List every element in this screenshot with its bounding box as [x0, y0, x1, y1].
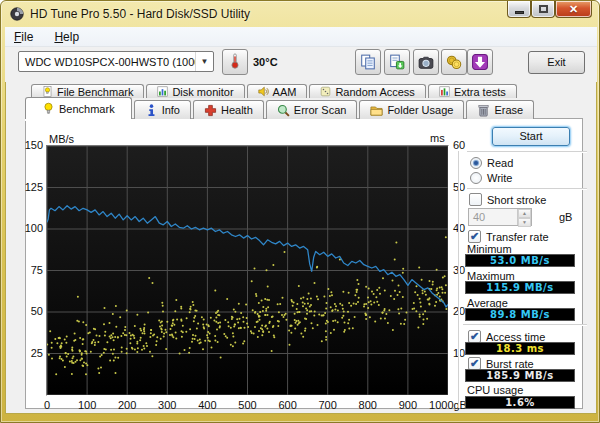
start-button[interactable]: Start	[492, 127, 570, 146]
update-icon	[472, 54, 488, 70]
tab-info[interactable]: Info	[134, 100, 191, 119]
read-radio[interactable]	[470, 157, 482, 169]
tab-file-benchmark[interactable]: File Benchmark	[31, 84, 144, 98]
folder-usage-icon	[370, 104, 383, 117]
stepper-arrows[interactable]: ▲▼	[517, 209, 531, 225]
transfer-rate-row[interactable]: ✔ Transfer rate	[468, 230, 549, 243]
menu-help[interactable]: Help	[45, 27, 88, 44]
y-left-axis-label: MB/s	[49, 133, 74, 145]
tab-random-access[interactable]: Random Access	[309, 84, 425, 98]
tick-label: 75	[15, 264, 43, 276]
register-icon	[446, 54, 462, 70]
exit-button[interactable]: Exit	[528, 51, 585, 74]
burst-rate-value: 185.9 MB/s	[465, 369, 575, 382]
drive-selector[interactable]: WDC WD10SPCX-00HWST0 (1000 gB) ▼	[18, 51, 214, 72]
benchmark-plot	[46, 145, 449, 396]
copy-icon	[360, 54, 376, 70]
maximum-value: 115.9 MB/s	[465, 281, 575, 294]
temperature-button[interactable]	[222, 49, 248, 75]
tab-erase[interactable]: Erase	[466, 100, 534, 119]
screenshot-button[interactable]	[413, 49, 439, 75]
tick-label: 150	[15, 139, 43, 151]
tick-label: 25	[15, 347, 43, 359]
tab-benchmark[interactable]: Benchmark	[25, 97, 132, 119]
tab-extra-tests[interactable]: Extra tests	[428, 84, 517, 98]
tab-label: Folder Usage	[387, 104, 453, 116]
short-stroke-label: Short stroke	[487, 194, 546, 206]
close-button[interactable]: ✕	[555, 1, 592, 18]
stepper-up-icon[interactable]: ▲	[518, 209, 531, 218]
capacity-unit: gB	[559, 211, 572, 223]
tick-label: 50	[15, 305, 43, 317]
tab-folder-usage[interactable]: Folder Usage	[359, 100, 464, 119]
read-radio-row[interactable]: Read	[470, 157, 513, 169]
update-button[interactable]	[467, 49, 493, 75]
transfer-rate-label: Transfer rate	[486, 231, 549, 243]
register-button[interactable]	[441, 49, 467, 75]
close-icon: ✕	[569, 3, 578, 16]
tab-health[interactable]: Health	[193, 100, 264, 119]
access-time-label: Access time	[486, 331, 545, 343]
tab-aam[interactable]: AAM	[247, 84, 308, 98]
app-window: HD Tune Pro 5.50 - Hard Disk/SSD Utility…	[0, 0, 600, 423]
capacity-value: 40	[469, 209, 517, 225]
tab-error-scan[interactable]: Error Scan	[266, 100, 358, 119]
tab-label: Benchmark	[59, 103, 115, 115]
separator	[467, 188, 587, 190]
minimize-button[interactable]	[507, 1, 531, 18]
error-scan-icon	[277, 104, 290, 117]
separator	[467, 151, 587, 153]
tick-label: 100	[15, 222, 43, 234]
file-benchmark-icon	[42, 86, 53, 97]
tab-label: Info	[162, 104, 180, 116]
temperature-value: 30°C	[253, 56, 278, 68]
save-report-icon	[389, 54, 405, 70]
write-radio-row[interactable]: Write	[470, 172, 512, 184]
tab-disk-monitor[interactable]: Disk monitor	[146, 84, 244, 98]
health-icon	[204, 104, 217, 117]
write-radio-label: Write	[487, 172, 512, 184]
maximize-button[interactable]	[531, 1, 555, 18]
tab-label: Erase	[494, 104, 523, 116]
vertical-separator	[458, 151, 460, 408]
y-right-axis-label: ms	[430, 132, 445, 144]
menu-file[interactable]: File	[5, 27, 42, 44]
aam-icon	[258, 86, 269, 97]
chevron-down-icon: ▼	[195, 52, 213, 71]
access-time-value: 18.3 ms	[465, 342, 575, 355]
erase-icon	[477, 104, 490, 117]
separator	[463, 324, 587, 326]
stepper-down-icon[interactable]: ▼	[518, 218, 531, 227]
minimum-value: 53.0 MB/s	[465, 254, 575, 267]
tick-label: 60	[453, 139, 493, 151]
transfer-rate-checkbox[interactable]: ✔	[468, 230, 481, 243]
cpu-usage-value: 1.6%	[465, 396, 575, 409]
tab-label: Random Access	[335, 86, 414, 98]
read-radio-label: Read	[487, 157, 513, 169]
save-report-button[interactable]	[384, 49, 410, 75]
short-stroke-checkbox[interactable]	[469, 193, 482, 206]
disk-monitor-icon	[157, 86, 168, 97]
random-access-icon	[320, 86, 331, 97]
extra-tests-icon	[439, 86, 450, 97]
minimize-icon	[515, 11, 524, 14]
tab-label: Extra tests	[454, 86, 506, 98]
info-icon	[145, 104, 158, 117]
tick-label: 125	[15, 181, 43, 193]
menu-bar: File Help	[5, 27, 597, 47]
title-bar[interactable]: HD Tune Pro 5.50 - Hard Disk/SSD Utility…	[1, 1, 599, 27]
copy-button[interactable]	[355, 49, 381, 75]
tab-label: Error Scan	[294, 104, 347, 116]
capacity-stepper[interactable]: 40 ▲▼	[468, 208, 532, 226]
write-radio[interactable]	[470, 172, 482, 184]
tab-label: Disk monitor	[172, 86, 233, 98]
average-value: 89.8 MB/s	[465, 308, 575, 321]
screenshot-icon	[418, 54, 434, 70]
tab-label: File Benchmark	[57, 86, 133, 98]
tab-label: AAM	[273, 86, 297, 98]
burst-rate-label: Burst rate	[486, 358, 534, 370]
short-stroke-row[interactable]: Short stroke	[469, 193, 546, 206]
drive-selector-value: WDC WD10SPCX-00HWST0 (1000 gB)	[19, 56, 195, 68]
thermometer-icon	[227, 53, 243, 71]
window-title: HD Tune Pro 5.50 - Hard Disk/SSD Utility	[30, 7, 250, 21]
